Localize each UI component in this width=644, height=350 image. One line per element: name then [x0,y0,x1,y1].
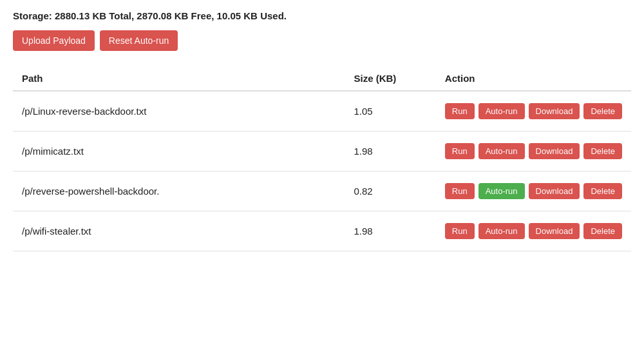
storage-total-value: 2880.13 KB [55,10,106,21]
storage-used-value: 10.05 KB [217,10,258,21]
file-path: /p/wifi-stealer.txt [13,211,345,251]
delete-button[interactable]: Delete [583,103,622,119]
download-button[interactable]: Download [529,183,580,199]
files-table: Path Size (KB) Action /p/Linux-reverse-b… [13,66,631,251]
reset-autorun-button[interactable]: Reset Auto-run [100,30,178,51]
storage-used-label: Used. [260,10,287,21]
run-button[interactable]: Run [445,103,475,119]
autorun-button[interactable]: Auto-run [478,223,525,239]
autorun-button[interactable]: Auto-run [478,183,525,199]
storage-total-label: Total, [109,10,134,21]
file-size: 1.05 [345,91,435,131]
download-button[interactable]: Download [529,223,580,239]
table-header-row: Path Size (KB) Action [13,66,631,91]
file-path: /p/mimicatz.txt [13,131,345,171]
delete-button[interactable]: Delete [583,223,622,239]
file-path: /p/reverse-powershell-backdoor. [13,171,345,211]
delete-button[interactable]: Delete [583,183,622,199]
download-button[interactable]: Download [529,143,580,159]
top-button-bar: Upload Payload Reset Auto-run [13,30,631,51]
file-size: 1.98 [345,131,435,171]
file-action-cell: RunAuto-runDownloadDelete [436,211,631,251]
file-action-cell: RunAuto-runDownloadDelete [436,171,631,211]
storage-free-label: Free, [191,10,214,21]
col-header-path: Path [13,66,345,91]
autorun-button[interactable]: Auto-run [478,143,525,159]
table-row: /p/mimicatz.txt1.98RunAuto-runDownloadDe… [13,131,631,171]
file-action-cell: RunAuto-runDownloadDelete [436,131,631,171]
upload-payload-button[interactable]: Upload Payload [13,30,95,51]
storage-info: Storage: 2880.13 KB Total, 2870.08 KB Fr… [13,10,631,21]
table-row: /p/wifi-stealer.txt1.98RunAuto-runDownlo… [13,211,631,251]
storage-free-value: 2870.08 KB [137,10,188,21]
autorun-button[interactable]: Auto-run [478,103,525,119]
col-header-size: Size (KB) [345,66,435,91]
file-size: 0.82 [345,171,435,211]
run-button[interactable]: Run [445,223,475,239]
file-path: /p/Linux-reverse-backdoor.txt [13,91,345,131]
delete-button[interactable]: Delete [583,143,622,159]
run-button[interactable]: Run [445,183,475,199]
file-action-cell: RunAuto-runDownloadDelete [436,91,631,131]
table-row: /p/Linux-reverse-backdoor.txt1.05RunAuto… [13,91,631,131]
storage-label: Storage: [13,10,52,21]
col-header-action: Action [436,66,631,91]
run-button[interactable]: Run [445,143,475,159]
file-size: 1.98 [345,211,435,251]
table-row: /p/reverse-powershell-backdoor.0.82RunAu… [13,171,631,211]
download-button[interactable]: Download [529,103,580,119]
